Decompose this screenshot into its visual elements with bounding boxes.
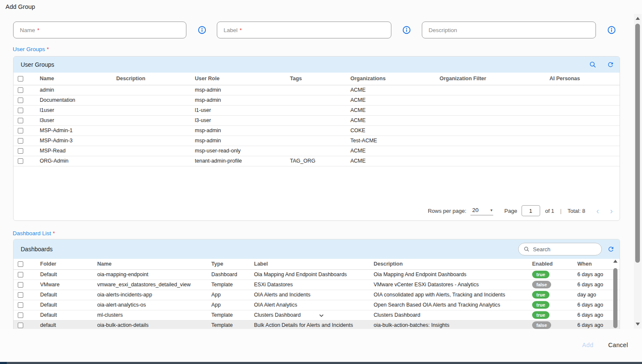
cell-folder: default: [37, 320, 94, 329]
table-row[interactable]: Default oia-alerts-incidents-app App OIA…: [14, 290, 620, 300]
cell-organizations: Test-ACME: [347, 136, 436, 146]
table-row[interactable]: Default oia-alert-analytics-os App OIA A…: [14, 300, 620, 310]
row-checkbox[interactable]: [18, 282, 23, 288]
scroll-down-icon[interactable]: [636, 323, 640, 326]
table-row[interactable]: MSP-Admin-1 msp-admin COKE: [14, 125, 620, 136]
scroll-up-icon[interactable]: [613, 260, 617, 263]
table-row[interactable]: default oia-bulk-action-details Template…: [14, 320, 620, 329]
cell-user-role: l3-user: [191, 115, 287, 125]
cell-organization-filter: [436, 115, 546, 125]
select-all-checkbox[interactable]: [18, 261, 23, 267]
table-row[interactable]: Default oia-mapping-endpoint Dashboard O…: [14, 269, 620, 280]
dashboard-list-section-label: Dashboard List*: [13, 230, 55, 236]
table-row[interactable]: MSP-Read msp-user-read-only ACME: [14, 146, 620, 156]
total-count-label: Total: 8: [568, 208, 585, 214]
cell-name: oia-mapping-endpoint: [94, 269, 208, 280]
page-number-input[interactable]: [522, 205, 540, 216]
cell-type: Template: [208, 310, 251, 320]
cell-when: 6 days ago: [574, 280, 620, 290]
rows-per-page-select[interactable]: 20 ▾: [470, 206, 493, 215]
select-all-checkbox[interactable]: [18, 76, 23, 81]
row-checkbox[interactable]: [18, 292, 23, 298]
user-groups-header-row: Name Description User Role Tags Organiza…: [14, 73, 620, 85]
table-row[interactable]: Documentation msp-admin ACME: [14, 95, 620, 105]
row-checkbox[interactable]: [18, 108, 23, 113]
col-header-name: Name: [36, 73, 113, 85]
info-icon[interactable]: [607, 26, 616, 34]
label-input[interactable]: Label *: [217, 22, 391, 38]
cell-label: Clusters Dashboard: [254, 312, 301, 318]
cell-organizations: ACME: [347, 146, 436, 156]
row-checkbox[interactable]: [18, 128, 23, 133]
enabled-badge: true: [532, 301, 549, 309]
enabled-badge: false: [532, 321, 551, 329]
prev-page-icon[interactable]: ‹: [596, 208, 599, 214]
row-checkbox[interactable]: [18, 138, 23, 144]
table-row[interactable]: ORG-Admin tenant-admin-profile TAG_ORG A…: [14, 156, 620, 166]
refresh-icon[interactable]: [607, 246, 615, 253]
enabled-badge: true: [532, 271, 549, 278]
row-checkbox[interactable]: [18, 87, 23, 93]
cell-ai-personas: [546, 85, 620, 95]
dashboards-panel-header: Dashboards: [14, 239, 620, 259]
row-checkbox[interactable]: [18, 312, 23, 318]
cell-description: [113, 85, 191, 95]
scrollbar-thumb[interactable]: [613, 268, 617, 328]
table-row[interactable]: l1user l1-user ACME: [14, 105, 620, 115]
cell-tags: [287, 146, 347, 156]
bottom-edge-corner: [0, 362, 7, 364]
row-checkbox[interactable]: [18, 302, 23, 308]
cell-tags: [287, 136, 347, 146]
cell-name: MSP-Admin-3: [36, 136, 113, 146]
cell-label: Oia Mapping And Endpoint Dashboards: [251, 269, 370, 280]
info-icon[interactable]: [198, 26, 206, 34]
info-icon[interactable]: [402, 26, 411, 34]
description-input[interactable]: Description: [422, 22, 596, 38]
cell-folder: Default: [37, 310, 94, 320]
page-title: Add Group: [5, 3, 35, 10]
cell-when: 6 days ago: [574, 320, 620, 329]
cell-description: [113, 95, 191, 105]
cell-tags: TAG_ORG: [287, 156, 347, 166]
row-checkbox[interactable]: [18, 158, 23, 164]
cell-name: oia-alerts-incidents-app: [94, 290, 208, 300]
cell-user-role: msp-admin: [191, 125, 287, 136]
cell-organizations: ACME: [347, 95, 436, 105]
refresh-icon[interactable]: [607, 61, 614, 68]
dashboards-table: Folder Name Type Label Description Enabl…: [14, 259, 620, 329]
next-page-icon[interactable]: ›: [610, 208, 613, 214]
table-row[interactable]: Default ml-clusters Template Clusters Da…: [14, 310, 620, 320]
cell-name: Documentation: [36, 95, 113, 105]
row-checkbox[interactable]: [18, 148, 23, 154]
scroll-up-icon[interactable]: [636, 17, 640, 20]
page-label: Page: [504, 208, 517, 214]
table-row[interactable]: VMware vmware_esxi_datastores_detailed_v…: [14, 280, 620, 290]
table-row[interactable]: admin msp-admin ACME: [14, 85, 620, 95]
col-header-description: Description: [113, 73, 191, 85]
row-checkbox[interactable]: [18, 98, 23, 103]
cell-description: [113, 115, 191, 125]
cell-user-role: tenant-admin-profile: [191, 156, 287, 166]
scrollbar-thumb[interactable]: [635, 24, 640, 263]
chevron-down-icon[interactable]: [318, 312, 325, 319]
name-input[interactable]: Name *: [13, 22, 186, 38]
table-row[interactable]: l3user l3-user ACME: [14, 115, 620, 125]
dashboards-table-scrollbar[interactable]: [613, 260, 618, 327]
dashboards-search[interactable]: [518, 243, 602, 255]
row-checkbox[interactable]: [18, 323, 23, 328]
col-header-description: Description: [370, 259, 529, 269]
search-icon[interactable]: [589, 61, 596, 68]
add-button[interactable]: Add: [582, 342, 593, 348]
table-row[interactable]: MSP-Admin-3 msp-admin Test-ACME: [14, 136, 620, 146]
row-checkbox[interactable]: [18, 272, 23, 277]
col-header-folder: Folder: [37, 259, 94, 269]
cell-ai-personas: [546, 156, 620, 166]
search-input[interactable]: [533, 246, 592, 253]
cell-label: ESXi Datastores: [251, 280, 370, 290]
cancel-button[interactable]: Cancel: [608, 342, 628, 348]
cell-when: 6 days ago: [574, 310, 620, 320]
cell-organizations: ACME: [347, 85, 436, 95]
page-scrollbar[interactable]: [634, 14, 642, 329]
row-checkbox[interactable]: [18, 118, 23, 123]
cell-organization-filter: [436, 85, 546, 95]
